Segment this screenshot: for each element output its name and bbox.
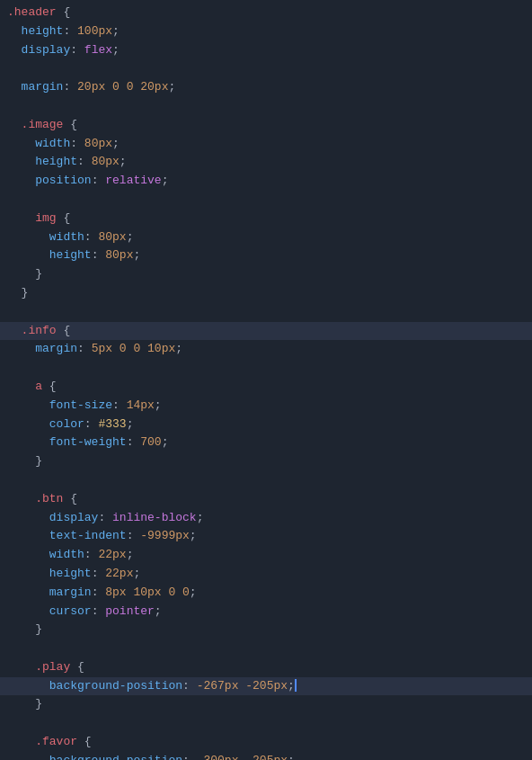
code-line [0, 639, 532, 658]
line-content: margin: 20px 0 0 20px; [0, 78, 532, 97]
line-content: height: 100px; [0, 22, 532, 41]
code-line: .image { [0, 116, 532, 135]
line-content: background-position: -300px -205px; [0, 752, 532, 760]
line-content: margin: 8px 10px 0 0; [0, 584, 532, 603]
line-content: height: 80px; [0, 246, 532, 265]
line-content: .image { [0, 116, 532, 135]
line-content: width: 80px; [0, 135, 532, 154]
line-content: width: 80px; [0, 228, 532, 247]
code-line: margin: 8px 10px 0 0; [0, 584, 532, 603]
code-line: } [0, 695, 532, 714]
code-line: height: 100px; [0, 22, 532, 41]
code-line: height: 80px; [0, 246, 532, 265]
code-line: cursor: pointer; [0, 603, 532, 621]
line-content: text-indent: -9999px; [0, 527, 532, 546]
code-line: background-position: -267px -205px; [0, 677, 532, 696]
line-content: a { [0, 378, 532, 397]
code-line [0, 191, 532, 210]
code-line: color: #333; [0, 416, 532, 434]
line-content: .info { [0, 322, 532, 341]
line-content: margin: 5px 0 0 10px; [0, 340, 532, 359]
line-content: height: 22px; [0, 565, 532, 584]
line-content: display: flex; [0, 41, 532, 60]
code-line: } [0, 265, 532, 284]
line-content: display: inline-block; [0, 509, 532, 528]
line-content: } [0, 695, 532, 714]
line-content: font-weight: 700; [0, 434, 532, 452]
code-line: width: 22px; [0, 546, 532, 565]
code-line: .btn { [0, 490, 532, 509]
code-line: font-size: 14px; [0, 397, 532, 416]
code-line: .info { [0, 322, 532, 341]
line-content: background-position: -267px -205px; [0, 677, 532, 696]
line-content: .play { [0, 658, 532, 677]
code-line [0, 471, 532, 490]
line-content: img { [0, 210, 532, 228]
line-content: .btn { [0, 490, 532, 509]
line-content: font-size: 14px; [0, 397, 532, 416]
line-content: width: 22px; [0, 546, 532, 565]
line-content: } [0, 265, 532, 284]
line-content: } [0, 284, 532, 303]
code-line: display: flex; [0, 41, 532, 60]
line-content: .header { [0, 4, 532, 22]
line-content: .favor { [0, 733, 532, 752]
code-line [0, 59, 532, 78]
code-line: font-weight: 700; [0, 434, 532, 452]
line-content: } [0, 621, 532, 639]
line-content: position: relative; [0, 172, 532, 191]
code-line: .header { [0, 4, 532, 22]
code-line: position: relative; [0, 172, 532, 191]
code-line: text-indent: -9999px; [0, 527, 532, 546]
line-content [0, 639, 532, 658]
code-line: margin: 5px 0 0 10px; [0, 340, 532, 359]
line-content [0, 714, 532, 733]
code-line: background-position: -300px -205px; [0, 752, 532, 760]
code-line: } [0, 284, 532, 303]
code-line: .play { [0, 658, 532, 677]
line-content [0, 97, 532, 116]
line-content [0, 303, 532, 322]
line-content: color: #333; [0, 416, 532, 434]
code-line: .favor { [0, 733, 532, 752]
line-content: } [0, 452, 532, 471]
code-line: width: 80px; [0, 135, 532, 154]
code-line: margin: 20px 0 0 20px; [0, 78, 532, 97]
code-editor: .header { height: 100px; display: flex; … [0, 0, 532, 760]
code-line: img { [0, 210, 532, 228]
line-content [0, 59, 532, 78]
line-content: cursor: pointer; [0, 603, 532, 621]
code-line [0, 303, 532, 322]
line-content [0, 191, 532, 210]
code-line [0, 97, 532, 116]
code-line: } [0, 621, 532, 639]
code-line [0, 714, 532, 733]
code-line: a { [0, 378, 532, 397]
line-content [0, 359, 532, 378]
code-line: display: inline-block; [0, 509, 532, 528]
text-cursor [295, 679, 297, 692]
code-line [0, 359, 532, 378]
code-line: height: 22px; [0, 565, 532, 584]
code-line: } [0, 452, 532, 471]
code-line: height: 80px; [0, 153, 532, 172]
line-content [0, 471, 532, 490]
code-line: width: 80px; [0, 228, 532, 247]
line-content: height: 80px; [0, 153, 532, 172]
